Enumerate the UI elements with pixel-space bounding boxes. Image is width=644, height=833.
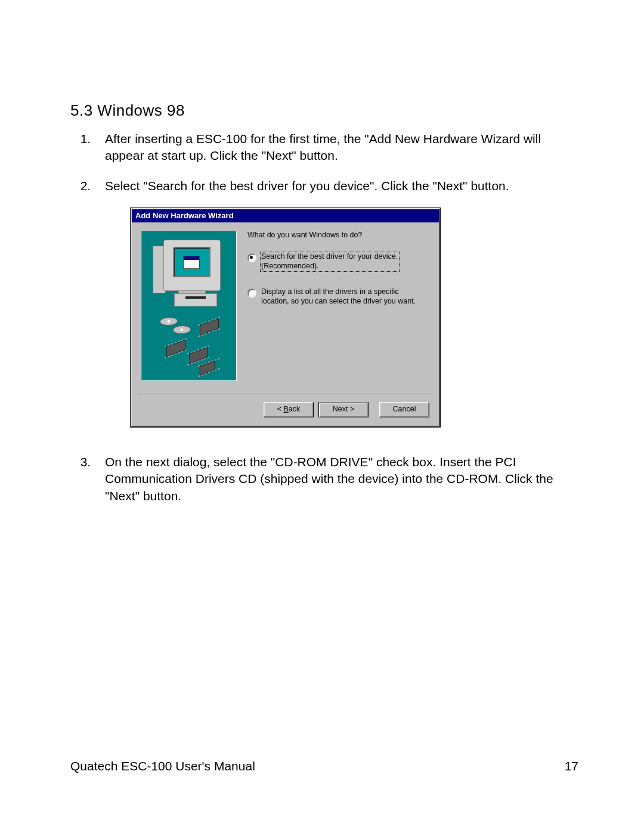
page-footer: Quatech ESC-100 User's Manual 17 <box>70 759 578 773</box>
cancel-button[interactable]: Cancel <box>379 402 429 417</box>
radio-label: Display a list of all the drivers in a s… <box>261 287 416 306</box>
cd-icon <box>159 317 178 326</box>
radio-icon[interactable] <box>247 253 256 262</box>
radio-option-list[interactable]: Display a list of all the drivers in a s… <box>247 287 426 306</box>
instruction-step: On the next dialog, select the "CD-ROM D… <box>94 454 578 504</box>
chip-icon <box>200 361 215 375</box>
cd-icon <box>172 326 191 334</box>
wizard-prompt: What do you want Windows to do? <box>247 231 426 239</box>
wizard-dialog: Add New Hardware Wizard What do you want… <box>131 208 440 427</box>
instruction-list: After inserting a ESC-100 for the first … <box>70 131 578 194</box>
dialog-buttons: < Back Next > Cancel <box>138 393 433 426</box>
chip-icon <box>189 347 208 364</box>
instruction-step: Select "Search for the best driver for y… <box>94 178 578 194</box>
page-number: 17 <box>565 759 578 773</box>
dialog-content: What do you want Windows to do? Search f… <box>237 231 429 381</box>
radio-label: Search for the best driver for your devi… <box>260 252 400 272</box>
section-heading: 5.3 Windows 98 <box>70 101 578 120</box>
radio-icon[interactable] <box>247 289 256 298</box>
next-button[interactable]: Next > <box>318 402 369 417</box>
footer-title: Quatech ESC-100 User's Manual <box>70 759 255 773</box>
dialog-body: What do you want Windows to do? Search f… <box>132 222 439 383</box>
dialog-title: Add New Hardware Wizard <box>132 209 439 222</box>
back-button[interactable]: < Back <box>264 402 314 417</box>
instruction-list: On the next dialog, select the "CD-ROM D… <box>70 454 578 504</box>
chip-icon <box>200 318 219 336</box>
instruction-step: After inserting a ESC-100 for the first … <box>94 131 578 165</box>
document-page: 5.3 Windows 98 After inserting a ESC-100… <box>0 0 644 833</box>
wizard-illustration <box>141 231 237 381</box>
wizard-dialog-screenshot: Add New Hardware Wizard What do you want… <box>130 208 441 428</box>
radio-option-search[interactable]: Search for the best driver for your devi… <box>247 252 426 271</box>
chip-icon <box>166 340 185 357</box>
